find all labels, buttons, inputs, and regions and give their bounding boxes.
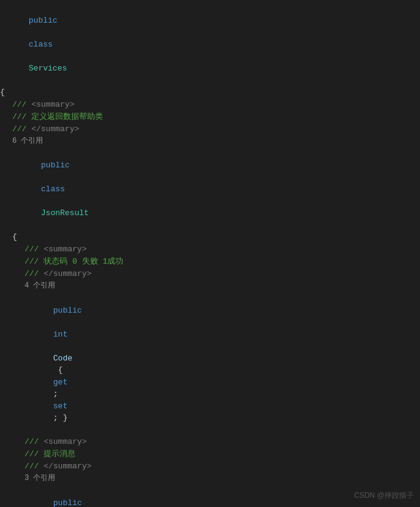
- line-1: public class Services: [0, 2, 420, 86]
- line-14: /// <summary>: [0, 436, 420, 448]
- keyword-class: class: [29, 40, 53, 49]
- line-17: 3 个引用: [0, 473, 420, 485]
- line-6: 6 个引用: [0, 135, 420, 148]
- line-7: public class JsonResult: [0, 148, 420, 232]
- code-editor: public class Services { /// <summary> //…: [0, 0, 420, 507]
- line-9: /// <summary>: [0, 243, 420, 256]
- line-2: {: [0, 86, 420, 99]
- line-15: /// 提示消息: [0, 448, 420, 460]
- line-10: /// 状态码 0 失败 1成功: [0, 256, 420, 268]
- line-3: /// <summary>: [0, 99, 420, 111]
- line-13: public int Code { get ; set ; }: [0, 292, 420, 436]
- line-4: /// 定义返回数据帮助类: [0, 111, 420, 123]
- line-8: {: [0, 231, 420, 243]
- line-11: /// </summary>: [0, 268, 420, 280]
- line-5: /// </summary>: [0, 123, 420, 135]
- line-12: 4 个引用: [0, 280, 420, 292]
- classname-services: Services: [29, 64, 67, 73]
- watermark: CSDN @摔跤猫子: [354, 490, 414, 501]
- keyword-public: public: [29, 16, 58, 25]
- line-16: /// </summary>: [0, 460, 420, 473]
